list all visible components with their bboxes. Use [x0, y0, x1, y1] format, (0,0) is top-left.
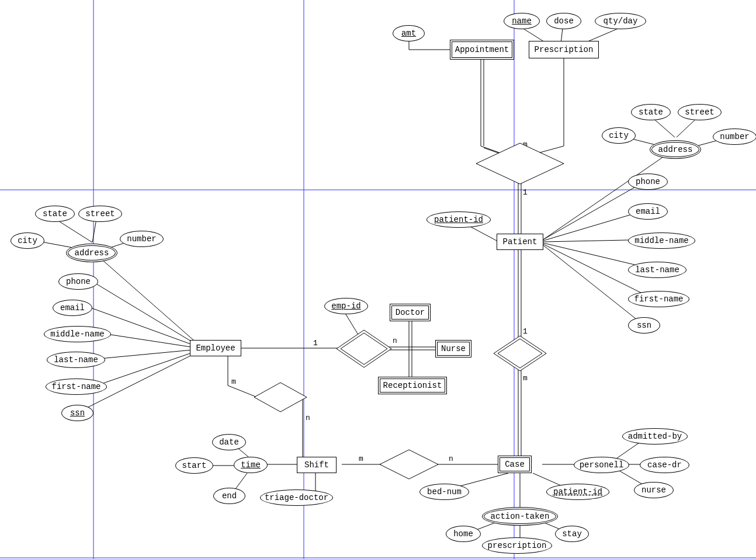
svg-marker-73: [476, 143, 564, 184]
relationships-layer: [0, 0, 756, 559]
svg-marker-79: [380, 450, 438, 479]
svg-marker-76: [494, 336, 546, 371]
svg-marker-74: [337, 330, 391, 367]
svg-marker-78: [254, 383, 307, 412]
